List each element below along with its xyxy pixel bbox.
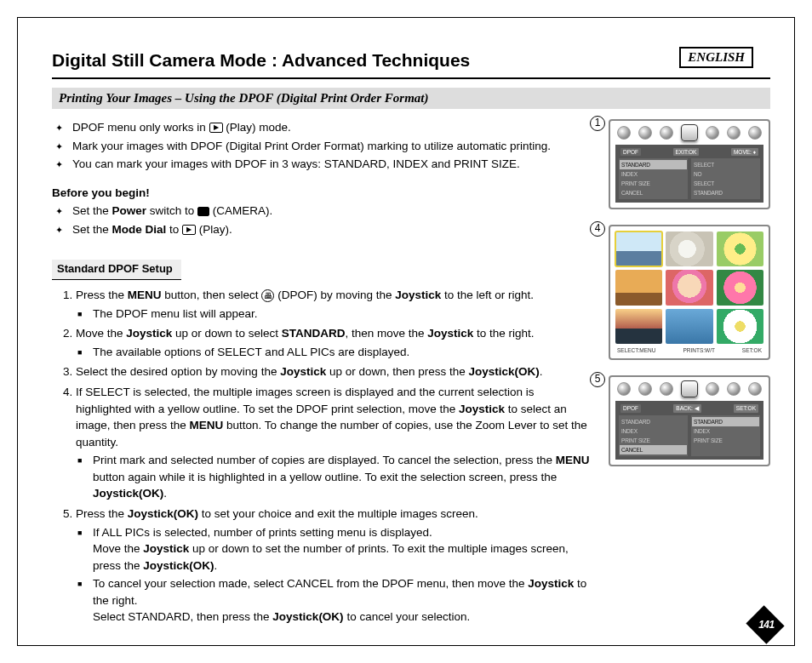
hint-select: SELECT:MENU	[617, 347, 656, 353]
section-subtitle: Printing Your Images – Using the DPOF (D…	[52, 88, 770, 109]
page-frame: ENGLISH Digital Still Camera Mode : Adva…	[17, 17, 795, 646]
menu-item: NO	[694, 169, 758, 179]
menu-right-col: STANDARD INDEX PRINT SIZE	[691, 415, 760, 456]
t: Select STANDARD, then press the	[93, 610, 272, 623]
t: Joystick	[459, 403, 505, 415]
steps-list: Press the MENU button, then select 🖶 (DP…	[52, 287, 592, 626]
figure-5: 5 DPOF BACK: ◀	[609, 375, 770, 466]
hint-set: SET:OK	[742, 347, 762, 353]
intro-item: DPOF menu only works in ▶ (Play) mode.	[72, 119, 592, 136]
menu-title: DPOF	[620, 404, 641, 413]
step: Press the Joystick(OK) to set your choic…	[76, 506, 592, 626]
t: button, then select	[162, 289, 262, 301]
t: Press the	[76, 289, 128, 301]
menu-left-col: STANDARD INDEX PRINT SIZE CANCEL	[619, 158, 688, 199]
tab-icon	[706, 126, 719, 140]
thumbnail	[717, 270, 763, 305]
t: Joystick(OK)	[469, 365, 540, 378]
prereq-item: Set the Mode Dial to ▶ (Play).	[72, 221, 592, 238]
t: Joystick	[395, 289, 441, 301]
t: MENU	[128, 289, 162, 301]
tab-icon	[706, 382, 719, 396]
mode-tabs	[615, 382, 763, 397]
text: (CAMERA).	[213, 204, 273, 217]
title-rule	[52, 77, 770, 79]
t: to set your choice and exit the multiple…	[198, 507, 478, 520]
menu-block: DPOF BACK: ◀ SET:OK STANDARD INDEX PRINT…	[615, 401, 763, 460]
thumbnail-grid	[615, 231, 763, 344]
t: Move the	[76, 327, 126, 340]
t: Joystick(OK)	[143, 559, 214, 572]
tab-icon	[748, 382, 762, 396]
text: switch to	[146, 204, 197, 217]
page-number: 141	[756, 619, 776, 631]
t: MENU	[556, 454, 590, 466]
tab-dpof-icon	[681, 124, 698, 141]
t: To cancel your selection made, select CA…	[93, 577, 528, 590]
intro-item: You can mark your images with DPOF in 3 …	[72, 156, 592, 173]
tab-icon	[617, 382, 631, 396]
step: Press the MENU button, then select 🖶 (DP…	[76, 287, 592, 322]
step: Select the desired option by moving the …	[76, 363, 592, 380]
substep: The available options of SELECT and ALL …	[93, 344, 592, 361]
menu-item: STANDARD	[694, 188, 758, 197]
t: up or down to select	[172, 327, 281, 340]
t: to the left or right.	[441, 289, 534, 301]
t: Joystick	[280, 365, 326, 378]
t: Joystick	[143, 542, 189, 555]
menu-item: SELECT	[694, 160, 758, 169]
text: Set the	[72, 204, 112, 217]
tab-icon	[617, 126, 631, 140]
camera-screen: DPOF EXIT:OK MOVE: ♦ STANDARD INDEX PRIN…	[609, 119, 770, 209]
hint-move: MOVE: ♦	[731, 148, 758, 156]
thumbnail	[717, 231, 763, 266]
menu-item: STANDARD	[620, 160, 687, 169]
tab-icon	[638, 382, 652, 396]
language-badge: ENGLISH	[679, 47, 753, 68]
t: Joystick	[528, 577, 574, 590]
play-icon: ▶	[209, 123, 223, 133]
menu-item: PRINT SIZE	[621, 179, 685, 188]
figure-1: 1 DPOF EXIT:OK	[609, 119, 770, 209]
text: Set the	[72, 223, 112, 236]
t: Joystick(OK)	[272, 610, 343, 623]
tab-icon	[727, 126, 741, 140]
tab-icon	[638, 126, 652, 140]
t: Joystick(OK)	[93, 487, 163, 500]
mode-tabs	[615, 126, 763, 141]
thumbnail	[717, 309, 763, 344]
menu-item: STANDARD	[621, 417, 685, 426]
thumbnail	[615, 270, 662, 305]
substep: To cancel your selection made, select CA…	[93, 575, 592, 626]
substep: The DPOF menu list will appear.	[93, 306, 592, 323]
text: Power	[112, 204, 147, 217]
text-column: DPOF menu only works in ▶ (Play) mode. M…	[52, 119, 592, 629]
prereq-list: Set the Power switch to (CAMERA). Set th…	[52, 203, 592, 237]
step: Move the Joystick up or down to select S…	[76, 325, 592, 360]
tab-icon	[660, 126, 673, 140]
text: DPOF menu only works in	[72, 121, 209, 134]
t: to cancel your selection.	[344, 610, 471, 623]
camera-screen: DPOF BACK: ◀ SET:OK STANDARD INDEX PRINT…	[609, 375, 770, 466]
hint-exit: EXIT:OK	[673, 148, 700, 156]
t: .	[163, 487, 167, 500]
menu-item: INDEX	[621, 426, 685, 436]
procedure-label: Standard DPOF Setup	[52, 260, 181, 280]
t: to the right.	[473, 327, 534, 340]
tab-icon	[660, 382, 673, 396]
before-you-begin-heading: Before you begin!	[52, 185, 592, 202]
menu-item: STANDARD	[692, 417, 759, 426]
menu-right-col: SELECT NO SELECT STANDARD	[691, 158, 760, 199]
menu-item: INDEX	[621, 169, 685, 179]
text: (Play) mode.	[226, 121, 291, 134]
thumbnail	[615, 309, 662, 344]
hint-set: SET:OK	[734, 404, 758, 413]
menu-header: DPOF BACK: ◀ SET:OK	[619, 404, 760, 413]
t: button again while it is highlighted in …	[93, 471, 557, 483]
text: to	[166, 223, 182, 236]
t: STANDARD	[282, 327, 346, 340]
thumbnail	[666, 231, 712, 266]
hint-back: BACK: ◀	[673, 404, 700, 413]
menu-item: PRINT SIZE	[694, 436, 758, 445]
menu-item: CANCEL	[620, 445, 687, 454]
